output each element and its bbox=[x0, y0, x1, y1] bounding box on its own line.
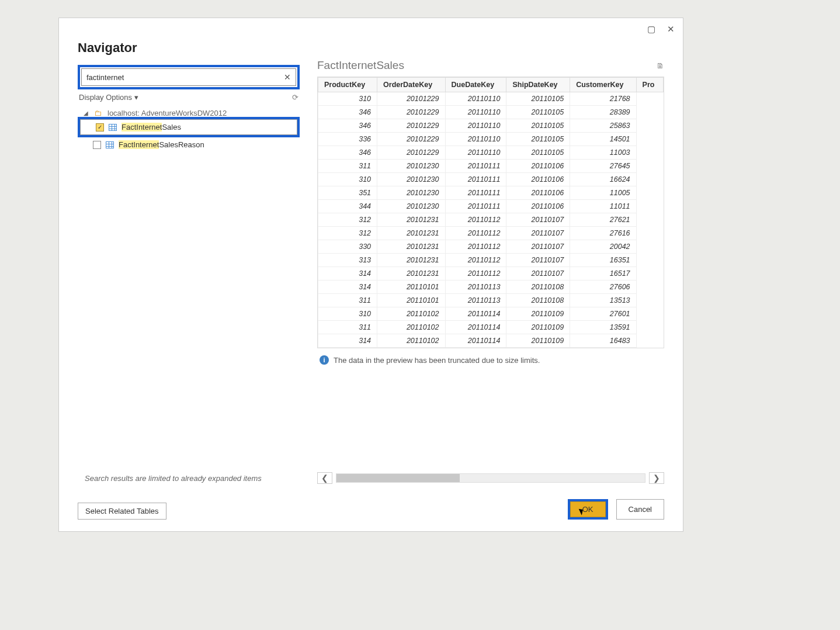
table-cell: 27621 bbox=[570, 213, 636, 227]
table-cell: 27616 bbox=[570, 227, 636, 240]
table-cell: 20101231 bbox=[377, 213, 445, 227]
table-cell: 20101229 bbox=[377, 146, 445, 160]
table-row[interactable]: 31320101231201101122011010716351 bbox=[318, 254, 664, 267]
tree-table-factinternetsales[interactable]: ✓ FactInternetSales bbox=[81, 120, 297, 134]
table-cell: 20110110 bbox=[445, 119, 506, 133]
dialog-buttons: OK Cancel bbox=[317, 487, 664, 520]
table-cell: 20110109 bbox=[506, 334, 570, 348]
scroll-track[interactable] bbox=[336, 473, 645, 483]
table-checkbox[interactable]: ✓ bbox=[96, 123, 104, 131]
table-row[interactable]: 31020101230201101112011010616624 bbox=[318, 173, 664, 186]
table-cell: 351 bbox=[318, 186, 377, 200]
select-related-tables-button[interactable]: Select Related Tables bbox=[78, 503, 166, 520]
ok-highlight: OK bbox=[568, 499, 608, 520]
table-row[interactable]: 31020101229201101102011010521768 bbox=[318, 92, 664, 106]
table-cell: 20110110 bbox=[445, 92, 506, 106]
truncation-message: i The data in the preview has been trunc… bbox=[317, 348, 664, 372]
table-cell: 20110111 bbox=[445, 160, 506, 173]
table-cell: 20042 bbox=[570, 240, 636, 254]
table-cell: 16351 bbox=[570, 254, 636, 267]
table-cell: 20110108 bbox=[506, 294, 570, 307]
table-cell: 20110110 bbox=[445, 146, 506, 160]
table-cell: 346 bbox=[318, 106, 377, 119]
selected-table-highlight: ✓ FactInternetSales bbox=[78, 117, 300, 137]
scroll-thumb[interactable] bbox=[336, 474, 460, 482]
table-row[interactable]: 31420110101201101132011010827606 bbox=[318, 281, 664, 294]
preview-title: FactInternetSales bbox=[317, 59, 404, 72]
table-name: FactInternetSalesReason bbox=[119, 140, 204, 149]
horizontal-scrollbar[interactable]: ❮ ❯ bbox=[317, 472, 664, 484]
table-cell: 20110101 bbox=[377, 281, 445, 294]
column-header[interactable]: DueDateKey bbox=[445, 78, 506, 92]
table-row[interactable]: 31120101230201101112011010627645 bbox=[318, 160, 664, 173]
table-row[interactable]: 34620101229201101102011010511003 bbox=[318, 146, 664, 160]
table-cell: 16483 bbox=[570, 334, 636, 348]
table-cell: 13513 bbox=[570, 294, 636, 307]
search-input[interactable] bbox=[86, 73, 284, 82]
table-cell: 20110111 bbox=[445, 200, 506, 213]
search-box[interactable]: ✕ bbox=[81, 68, 296, 86]
table-cell: 346 bbox=[318, 146, 377, 160]
navigator-left-panel: Navigator ✕ Display Options ▾ ⟳ ◢ 🗀 loca… bbox=[78, 34, 300, 520]
table-cell: 20110107 bbox=[506, 254, 570, 267]
maximize-icon[interactable]: ▢ bbox=[647, 24, 655, 34]
table-cell: 16624 bbox=[570, 173, 636, 186]
table-row[interactable]: 34620101229201101102011010528389 bbox=[318, 106, 664, 119]
table-row[interactable]: 31120110101201101132011010813513 bbox=[318, 294, 664, 307]
table-cell: 346 bbox=[318, 119, 377, 133]
table-cell: 20110114 bbox=[445, 307, 506, 321]
table-row[interactable]: 34420101230201101112011010611011 bbox=[318, 200, 664, 213]
column-header[interactable]: CustomerKey bbox=[570, 78, 636, 92]
table-row[interactable]: 31120110102201101142011010913591 bbox=[318, 321, 664, 334]
table-icon bbox=[109, 124, 117, 131]
clear-search-icon[interactable]: ✕ bbox=[284, 72, 291, 82]
table-cell: 20110114 bbox=[445, 321, 506, 334]
table-cell: 20110111 bbox=[445, 173, 506, 186]
table-cell: 20110112 bbox=[445, 254, 506, 267]
table-row[interactable]: 31220101231201101122011010727621 bbox=[318, 213, 664, 227]
table-cell: 27601 bbox=[570, 307, 636, 321]
scroll-right-icon[interactable]: ❯ bbox=[649, 472, 664, 484]
column-header[interactable]: OrderDateKey bbox=[377, 78, 445, 92]
table-cell: 20110110 bbox=[445, 133, 506, 146]
table-checkbox[interactable] bbox=[93, 141, 101, 149]
table-row[interactable]: 33620101229201101102011010514501 bbox=[318, 133, 664, 146]
scroll-left-icon[interactable]: ❮ bbox=[317, 472, 332, 484]
column-header[interactable]: ShipDateKey bbox=[506, 78, 570, 92]
table-cell: 311 bbox=[318, 160, 377, 173]
close-icon[interactable]: ✕ bbox=[667, 24, 675, 34]
ok-button[interactable]: OK bbox=[570, 501, 606, 517]
refresh-icon[interactable]: ⟳ bbox=[292, 93, 298, 102]
table-row[interactable]: 31220101231201101122011010727616 bbox=[318, 227, 664, 240]
preview-table: ProductKeyOrderDateKeyDueDateKeyShipDate… bbox=[318, 77, 664, 348]
table-row[interactable]: 31420101231201101122011010716517 bbox=[318, 267, 664, 281]
collapse-icon[interactable]: ◢ bbox=[84, 110, 88, 116]
table-row[interactable]: 35120101230201101112011010611005 bbox=[318, 186, 664, 200]
table-cell: 311 bbox=[318, 321, 377, 334]
tree-table-factinternetsalesreason[interactable]: FactInternetSalesReason bbox=[78, 137, 300, 152]
info-icon: i bbox=[320, 355, 329, 365]
table-cell: 20101229 bbox=[377, 119, 445, 133]
table-row[interactable]: 31420110102201101142011010916483 bbox=[318, 334, 664, 348]
table-cell: 28389 bbox=[570, 106, 636, 119]
table-cell: 20110113 bbox=[445, 294, 506, 307]
table-cell: 20101230 bbox=[377, 173, 445, 186]
column-header[interactable]: ProductKey bbox=[318, 78, 377, 92]
table-cell: 310 bbox=[318, 173, 377, 186]
table-cell: 336 bbox=[318, 133, 377, 146]
database-node[interactable]: ◢ 🗀 localhost: AdventureWorksDW2012 bbox=[78, 109, 300, 117]
preview-refresh-icon[interactable]: 🗎 bbox=[657, 61, 664, 70]
display-options-dropdown[interactable]: Display Options ▾ bbox=[79, 93, 138, 102]
table-cell: 314 bbox=[318, 334, 377, 348]
table-row[interactable]: 34620101229201101102011010525863 bbox=[318, 119, 664, 133]
table-cell: 20110111 bbox=[445, 186, 506, 200]
table-cell: 330 bbox=[318, 240, 377, 254]
table-cell: 20110107 bbox=[506, 213, 570, 227]
table-cell: 20110105 bbox=[506, 133, 570, 146]
table-cell: 20110113 bbox=[445, 281, 506, 294]
cancel-button[interactable]: Cancel bbox=[616, 499, 664, 520]
table-row[interactable]: 31020110102201101142011010927601 bbox=[318, 307, 664, 321]
table-cell: 20110109 bbox=[506, 321, 570, 334]
table-row[interactable]: 33020101231201101122011010720042 bbox=[318, 240, 664, 254]
column-header[interactable]: Pro bbox=[636, 78, 663, 92]
